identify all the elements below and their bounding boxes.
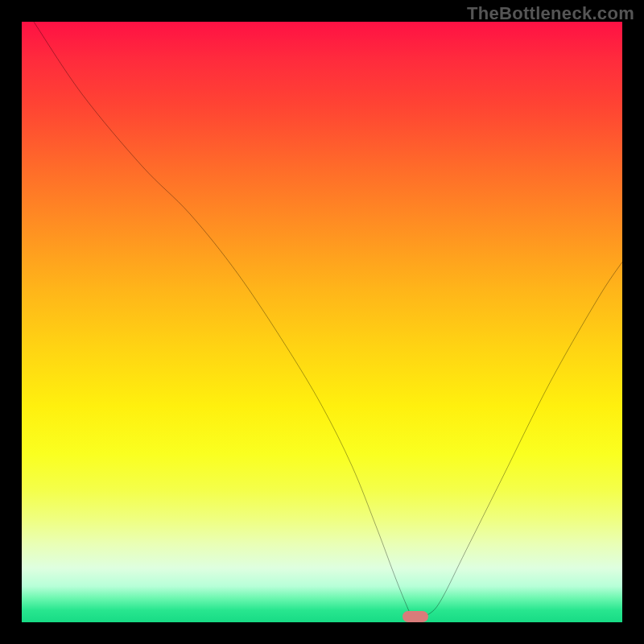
- plot-area: [22, 22, 622, 622]
- optimal-point-marker: [402, 611, 428, 622]
- curve-path: [34, 22, 622, 617]
- bottleneck-curve: [22, 22, 622, 622]
- chart-frame: TheBottleneck.com: [0, 0, 644, 644]
- watermark-text: TheBottleneck.com: [467, 3, 634, 24]
